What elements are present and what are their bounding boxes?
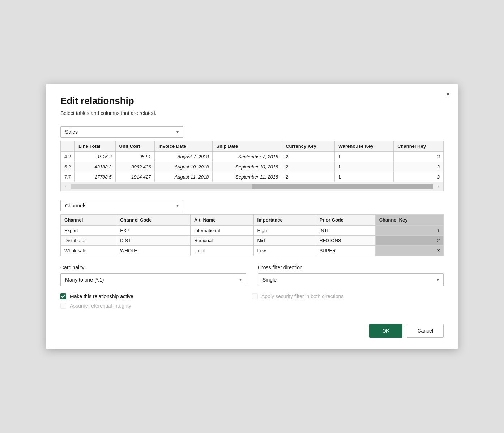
right-checks: Apply security filter in both directions [252, 293, 444, 312]
cell-unit-cost: 1814.427 [115, 172, 155, 182]
table-row: 5.2 43188.2 3062.436 August 10, 2018 Sep… [61, 162, 444, 172]
checkbox2-input[interactable] [60, 303, 66, 309]
bottom-section: Cardinality Many to one (*:1) ▾ Cross fi… [60, 265, 444, 286]
cell-warehouse-key: 1 [335, 162, 394, 172]
cell-prior-code: INTL [316, 226, 375, 236]
table1-col-channel-key: Channel Key [394, 141, 444, 152]
table1-col-invoice-date: Invoice Date [155, 141, 213, 152]
table2-col-channel-code: Channel Code [116, 215, 191, 226]
cell-warehouse-key: 1 [335, 172, 394, 182]
table-row: 4.2 1916.2 95.81 August 7, 2018 Septembe… [61, 152, 444, 162]
cell-id: 5.2 [61, 162, 75, 172]
table1-col-warehouse-key: Warehouse Key [335, 141, 394, 152]
close-button[interactable]: × [446, 90, 450, 98]
checkbox3-row: Apply security filter in both directions [252, 293, 444, 299]
table2-col-alt-name: Alt. Name [190, 215, 253, 226]
cell-prior-code: REGIONS [316, 236, 375, 246]
table2-col-importance: Importance [253, 215, 316, 226]
cell-channel-key: 1 [375, 226, 443, 236]
cell-invoice-date: August 10, 2018 [155, 162, 213, 172]
cell-channel-code: DIST [116, 236, 191, 246]
cross-filter-group: Cross filter direction Single ▾ [258, 265, 444, 286]
table1-header-row: Line Total Unit Cost Invoice Date Ship D… [61, 141, 444, 152]
cardinality-group: Cardinality Many to one (*:1) ▾ [60, 265, 246, 286]
checkbox1-input[interactable] [60, 293, 66, 299]
cell-channel-key: 3 [394, 152, 444, 162]
table1-col-line-total: Line Total [75, 141, 116, 152]
cell-channel-key: 3 [394, 172, 444, 182]
cell-line-total: 1916.2 [75, 152, 116, 162]
ok-button[interactable]: OK [369, 324, 402, 338]
table2-header-row: Channel Channel Code Alt. Name Importanc… [61, 215, 444, 226]
cardinality-label: Cardinality [60, 265, 246, 270]
cell-ship-date: September 10, 2018 [213, 162, 282, 172]
cell-channel: Distributor [61, 236, 116, 246]
table2-dropdown[interactable]: Channels ▾ [60, 200, 183, 211]
cell-channel-code: WHOLE [116, 246, 191, 256]
table2-dropdown-value: Channels [65, 203, 86, 209]
checkbox1-row: Make this relationship active [60, 293, 252, 299]
table2-section: Channels ▾ Channel Channel Code Alt. Nam… [60, 200, 444, 256]
table1-dropdown[interactable]: Sales ▾ [60, 126, 183, 138]
table1-col-ship-date: Ship Date [213, 141, 282, 152]
cardinality-dropdown[interactable]: Many to one (*:1) ▾ [60, 273, 246, 286]
cell-channel-key: 3 [375, 246, 443, 256]
cell-ship-date: September 11, 2018 [213, 172, 282, 182]
cell-importance: High [253, 226, 316, 236]
cell-id: 7.7 [61, 172, 75, 182]
table1-dropdown-arrow: ▾ [176, 129, 179, 134]
cell-importance: Mid [253, 236, 316, 246]
checkbox2-label: Assume referential integrity [70, 303, 131, 309]
table1-col-currency-key: Currency Key [282, 141, 335, 152]
cell-channel-key: 2 [375, 236, 443, 246]
table-row: 7.7 17788.5 1814.427 August 11, 2018 Sep… [61, 172, 444, 182]
checkbox3-label: Apply security filter in both directions [261, 293, 343, 299]
table1-data-table: Line Total Unit Cost Invoice Date Ship D… [60, 141, 444, 182]
cancel-button[interactable]: Cancel [407, 324, 444, 338]
dialog-title: Edit relationship [60, 95, 444, 107]
checkbox3-input[interactable] [252, 293, 258, 299]
cell-ship-date: September 7, 2018 [213, 152, 282, 162]
table-row: Wholesale WHOLE Local Low SUPER 3 [61, 246, 444, 256]
edit-relationship-dialog: × Edit relationship Select tables and co… [46, 84, 458, 349]
cell-channel-code: EXP [116, 226, 191, 236]
table1-col-unit-cost: Unit Cost [115, 141, 155, 152]
cell-importance: Low [253, 246, 316, 256]
cell-id: 4.2 [61, 152, 75, 162]
cell-channel-key: 3 [394, 162, 444, 172]
cell-line-total: 43188.2 [75, 162, 116, 172]
cell-channel: Export [61, 226, 116, 236]
cell-currency-key: 2 [282, 172, 335, 182]
table2-col-channel-key: Channel Key [375, 215, 443, 226]
cell-warehouse-key: 1 [335, 152, 394, 162]
cell-invoice-date: August 7, 2018 [155, 152, 213, 162]
cell-alt-name: International [190, 226, 253, 236]
table1-scrollbar[interactable]: ‹ › [60, 182, 444, 191]
cell-line-total: 17788.5 [75, 172, 116, 182]
cell-alt-name: Regional [190, 236, 253, 246]
cross-filter-dropdown[interactable]: Single ▾ [258, 273, 444, 286]
left-checks: Make this relationship active Assume ref… [60, 293, 252, 312]
table1-dropdown-value: Sales [65, 129, 78, 135]
cell-currency-key: 2 [282, 162, 335, 172]
table1-scroll-thumb [252, 184, 433, 189]
table2-col-prior-code: Prior Code [316, 215, 375, 226]
table2-data-table: Channel Channel Code Alt. Name Importanc… [60, 214, 444, 256]
cell-unit-cost: 95.81 [115, 152, 155, 162]
cell-currency-key: 2 [282, 152, 335, 162]
cross-filter-value: Single [262, 277, 277, 283]
table-row: Distributor DIST Regional Mid REGIONS 2 [61, 236, 444, 246]
table-row: Export EXP International High INTL 1 [61, 226, 444, 236]
cell-invoice-date: August 11, 2018 [155, 172, 213, 182]
checkbox1-label[interactable]: Make this relationship active [70, 293, 133, 299]
table1-scroll-track [71, 184, 434, 189]
cell-channel: Wholesale [61, 246, 116, 256]
cell-unit-cost: 3062.436 [115, 162, 155, 172]
table1-section: Sales ▾ Line Total Unit Cost Invoice Dat… [60, 126, 444, 191]
action-row: OK Cancel [60, 318, 444, 338]
table1-scroll-left[interactable]: ‹ [63, 184, 68, 189]
table2-dropdown-arrow: ▾ [176, 203, 179, 208]
cardinality-arrow: ▾ [239, 277, 242, 282]
checkboxes-section: Make this relationship active Assume ref… [60, 293, 444, 312]
table1-scroll-right[interactable]: › [436, 184, 441, 189]
